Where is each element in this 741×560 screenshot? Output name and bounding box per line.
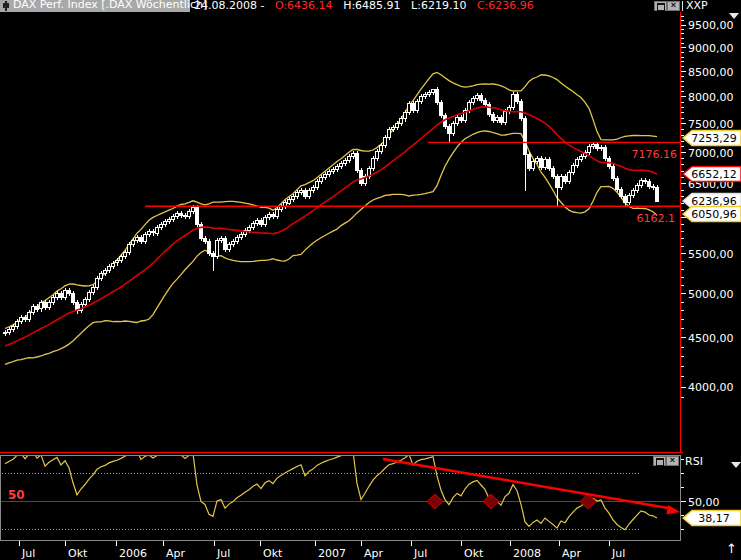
candlestick [216, 240, 219, 256]
close-button[interactable]: × [667, 1, 680, 11]
quote-open: O:6436.14 [275, 0, 333, 12]
candlestick [104, 271, 107, 273]
x-axis-label: Jul [413, 547, 427, 560]
candlestick [580, 156, 583, 159]
candlestick [328, 172, 331, 175]
candlestick [164, 222, 167, 225]
candlestick [344, 160, 347, 164]
candlestick [96, 278, 99, 287]
candlestick [648, 182, 651, 187]
candlestick [452, 123, 455, 133]
candlestick [276, 210, 279, 217]
candlestick [616, 179, 619, 189]
candlestick [520, 101, 523, 118]
candlestick [588, 147, 591, 153]
candlestick [380, 146, 383, 152]
candlestick [480, 96, 483, 100]
x-axis-label: Okt [263, 547, 283, 560]
candlestick [456, 117, 459, 123]
x-axis-label: Apr [364, 547, 384, 560]
candlestick [316, 181, 319, 187]
candlestick [72, 294, 75, 303]
y-axis-label: 7000,00 [688, 147, 734, 160]
rsi-value-tag-text: 38,17 [698, 512, 730, 525]
candlestick [180, 213, 183, 215]
candlestick [168, 219, 171, 221]
y-axis-label: 5500,00 [688, 248, 734, 261]
x-axis-label: 2006 [119, 547, 147, 560]
candlestick [516, 95, 519, 102]
candlestick [632, 190, 635, 195]
titlebar-separator [682, 1, 683, 11]
candlestick [624, 196, 627, 202]
candlestick [320, 177, 323, 181]
candlestick [524, 118, 527, 154]
x-axis-label: Jul [216, 547, 230, 560]
candlestick [256, 221, 259, 224]
candlestick [360, 170, 363, 184]
candlestick [124, 252, 127, 257]
rsi-chart-area[interactable] [1, 456, 680, 540]
candlestick [416, 101, 419, 110]
chart-canvas[interactable]: 7176.166162.19500,009000,008500,008000,0… [0, 0, 741, 560]
candlestick [424, 95, 427, 97]
candlestick [604, 147, 607, 158]
candlestick [12, 327, 15, 330]
y-axis-label: 8500,00 [688, 66, 734, 79]
candlestick [376, 152, 379, 159]
candlestick [16, 321, 19, 326]
candlestick [8, 329, 11, 332]
rsi-pane-title: RSI [685, 456, 703, 468]
scroll-up-icon[interactable]: ↑ [726, 541, 737, 556]
candlestick [388, 130, 391, 138]
candlestick [148, 232, 151, 235]
candlestick [36, 306, 39, 309]
x-axis-label: Jul [21, 547, 35, 560]
restore-button[interactable] [654, 1, 667, 11]
y-axis-label: 4000,00 [688, 381, 734, 394]
title-area: DAX Perf. Index [.DAX Wöchentlich] [0, 0, 190, 12]
template-dropdown-icon[interactable] [729, 13, 739, 19]
candlestick [636, 185, 639, 190]
candlestick [68, 290, 71, 293]
candlestick [640, 180, 643, 185]
candlestick [116, 261, 119, 263]
candlestick [24, 318, 27, 320]
candlestick [348, 156, 351, 160]
rsi-dropdown-icon[interactable] [731, 462, 741, 468]
x-axis-label: 2007 [318, 547, 346, 560]
rsi-close-button[interactable]: × [666, 456, 679, 466]
candlestick [432, 89, 435, 92]
candlestick [128, 245, 131, 253]
candlestick [652, 186, 655, 187]
close-icon: × [668, 0, 679, 11]
x-axis-label: 2008 [513, 547, 541, 560]
titlebar[interactable]: DAX Perf. Index [.DAX Wöchentlich] 24.08… [0, 0, 741, 12]
y-axis-label: 9000,00 [688, 42, 734, 55]
candlestick [532, 162, 535, 168]
candlestick [156, 227, 159, 233]
y-axis-label: 8000,00 [688, 91, 734, 104]
candlestick [196, 208, 199, 225]
candlestick [312, 187, 315, 190]
candlestick [248, 228, 251, 231]
candlestick [372, 159, 375, 168]
candlestick [392, 127, 395, 129]
candlestick [592, 145, 595, 147]
window-title: DAX Perf. Index [.DAX Wöchentlich] [13, 0, 207, 11]
quote-date: 24.08.2008 - [194, 0, 264, 12]
candlestick [188, 211, 191, 217]
candlestick [228, 245, 231, 250]
candlestick [152, 232, 155, 233]
template-name[interactable]: XXP [686, 0, 708, 12]
main-chart-area[interactable] [0, 12, 680, 452]
candlestick [544, 159, 547, 167]
rsi-restore-button[interactable] [653, 456, 666, 466]
candlestick [436, 89, 439, 102]
candlestick [468, 102, 471, 110]
candlestick [448, 126, 451, 133]
candlestick [428, 92, 431, 95]
candlestick [44, 303, 47, 308]
candlestick [576, 159, 579, 165]
y-axis-label: 5000,00 [688, 288, 734, 301]
